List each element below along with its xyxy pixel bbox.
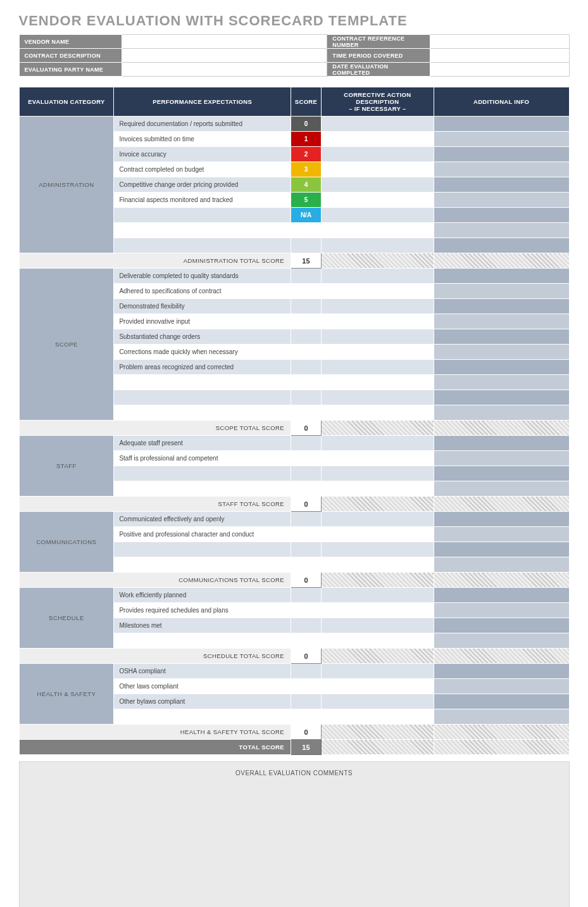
- additional-cell[interactable]: [434, 375, 569, 390]
- info-value[interactable]: [430, 49, 569, 63]
- score-cell[interactable]: [291, 588, 322, 603]
- corrective-cell[interactable]: [321, 208, 434, 223]
- corrective-cell[interactable]: [321, 177, 434, 193]
- additional-cell[interactable]: [434, 481, 569, 497]
- additional-cell[interactable]: [434, 694, 569, 709]
- score-cell[interactable]: 1: [291, 132, 322, 147]
- corrective-cell[interactable]: [321, 512, 434, 527]
- additional-cell[interactable]: [434, 162, 569, 177]
- corrective-cell[interactable]: [321, 466, 434, 481]
- additional-cell[interactable]: [434, 405, 569, 421]
- performance-cell[interactable]: Work efficiently planned: [114, 588, 291, 603]
- corrective-cell[interactable]: [321, 603, 434, 618]
- performance-cell[interactable]: Adequate staff present: [114, 436, 291, 451]
- additional-cell[interactable]: [434, 360, 569, 375]
- score-cell[interactable]: 0: [291, 117, 322, 132]
- corrective-cell[interactable]: [321, 117, 434, 132]
- additional-cell[interactable]: [434, 390, 569, 405]
- score-cell[interactable]: [291, 466, 322, 481]
- corrective-cell[interactable]: [321, 360, 434, 375]
- score-cell[interactable]: N/A: [291, 208, 322, 223]
- performance-cell[interactable]: Financial aspects monitored and tracked: [114, 193, 291, 208]
- score-cell[interactable]: [291, 633, 322, 649]
- additional-cell[interactable]: [434, 618, 569, 633]
- performance-cell[interactable]: [114, 481, 291, 497]
- corrective-cell[interactable]: [321, 664, 434, 679]
- score-cell[interactable]: [291, 694, 322, 709]
- performance-cell[interactable]: Problem areas recognized and corrected: [114, 360, 291, 375]
- corrective-cell[interactable]: [321, 709, 434, 725]
- corrective-cell[interactable]: [321, 679, 434, 694]
- score-cell[interactable]: [291, 664, 322, 679]
- additional-cell[interactable]: [434, 451, 569, 466]
- performance-cell[interactable]: Provides required schedules and plans: [114, 603, 291, 618]
- comments-section[interactable]: OVERALL EVALUATION COMMENTS: [19, 761, 570, 907]
- score-cell[interactable]: [291, 345, 322, 360]
- additional-cell[interactable]: [434, 345, 569, 360]
- additional-cell[interactable]: [434, 679, 569, 694]
- score-cell[interactable]: [291, 512, 322, 527]
- score-cell[interactable]: [291, 390, 322, 405]
- performance-cell[interactable]: Demonstrated flexibility: [114, 299, 291, 314]
- score-cell[interactable]: [291, 481, 322, 497]
- performance-cell[interactable]: [114, 238, 291, 253]
- corrective-cell[interactable]: [321, 284, 434, 299]
- additional-cell[interactable]: [434, 177, 569, 193]
- score-cell[interactable]: 4: [291, 177, 322, 193]
- additional-cell[interactable]: [434, 269, 569, 284]
- corrective-cell[interactable]: [321, 147, 434, 162]
- corrective-cell[interactable]: [321, 345, 434, 360]
- performance-cell[interactable]: Milestones met: [114, 618, 291, 633]
- corrective-cell[interactable]: [321, 694, 434, 709]
- corrective-cell[interactable]: [321, 451, 434, 466]
- performance-cell[interactable]: Invoices submitted on time: [114, 132, 291, 147]
- performance-cell[interactable]: [114, 390, 291, 405]
- corrective-cell[interactable]: [321, 618, 434, 633]
- corrective-cell[interactable]: [321, 542, 434, 557]
- performance-cell[interactable]: [114, 466, 291, 481]
- additional-cell[interactable]: [434, 603, 569, 618]
- performance-cell[interactable]: Communicated effectively and openly: [114, 512, 291, 527]
- performance-cell[interactable]: Staff is professional and competent: [114, 451, 291, 466]
- additional-cell[interactable]: [434, 542, 569, 557]
- performance-cell[interactable]: [114, 223, 291, 238]
- additional-cell[interactable]: [434, 314, 569, 329]
- score-cell[interactable]: [291, 238, 322, 253]
- corrective-cell[interactable]: [321, 299, 434, 314]
- additional-cell[interactable]: [434, 512, 569, 527]
- additional-cell[interactable]: [434, 633, 569, 649]
- score-cell[interactable]: 5: [291, 193, 322, 208]
- performance-cell[interactable]: Invoice accuracy: [114, 147, 291, 162]
- corrective-cell[interactable]: [321, 405, 434, 421]
- performance-cell[interactable]: Required documentation / reports submitt…: [114, 117, 291, 132]
- performance-cell[interactable]: [114, 405, 291, 421]
- score-cell[interactable]: 2: [291, 147, 322, 162]
- performance-cell[interactable]: OSHA compliant: [114, 664, 291, 679]
- info-value[interactable]: [122, 49, 327, 63]
- score-cell[interactable]: [291, 527, 322, 542]
- additional-cell[interactable]: [434, 223, 569, 238]
- corrective-cell[interactable]: [321, 527, 434, 542]
- score-cell[interactable]: [291, 269, 322, 284]
- info-value[interactable]: [122, 63, 327, 77]
- performance-cell[interactable]: Deliverable completed to quality standar…: [114, 269, 291, 284]
- additional-cell[interactable]: [434, 284, 569, 299]
- performance-cell[interactable]: [114, 633, 291, 649]
- score-cell[interactable]: [291, 314, 322, 329]
- additional-cell[interactable]: [434, 117, 569, 132]
- score-cell[interactable]: [291, 542, 322, 557]
- additional-cell[interactable]: [434, 709, 569, 725]
- corrective-cell[interactable]: [321, 375, 434, 390]
- corrective-cell[interactable]: [321, 132, 434, 147]
- performance-cell[interactable]: Other bylaws compliant: [114, 694, 291, 709]
- additional-cell[interactable]: [434, 466, 569, 481]
- corrective-cell[interactable]: [321, 238, 434, 253]
- score-cell[interactable]: [291, 299, 322, 314]
- performance-cell[interactable]: [114, 542, 291, 557]
- additional-cell[interactable]: [434, 436, 569, 451]
- additional-cell[interactable]: [434, 588, 569, 603]
- corrective-cell[interactable]: [321, 557, 434, 573]
- performance-cell[interactable]: Provided innovative input: [114, 314, 291, 329]
- corrective-cell[interactable]: [321, 193, 434, 208]
- performance-cell[interactable]: Substantiated change orders: [114, 329, 291, 345]
